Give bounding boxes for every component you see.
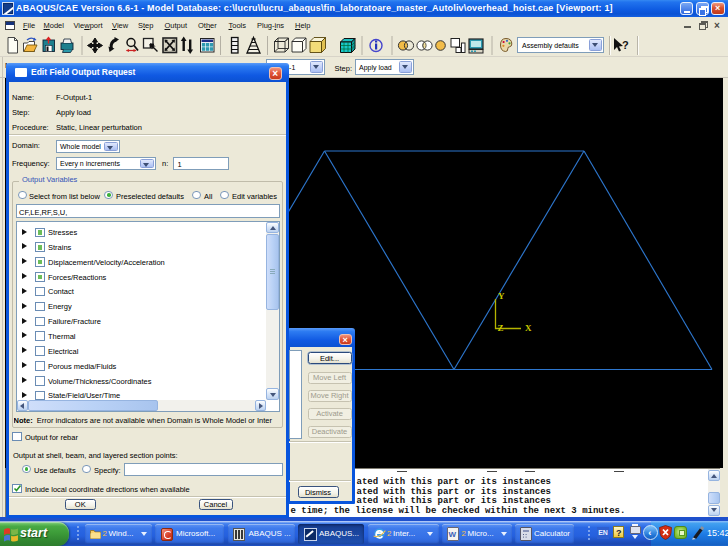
svg-text:Z: Z xyxy=(498,323,504,333)
svg-text:?: ? xyxy=(622,39,629,51)
svg-text:X: X xyxy=(525,323,532,333)
svg-text:Y: Y xyxy=(498,291,505,301)
